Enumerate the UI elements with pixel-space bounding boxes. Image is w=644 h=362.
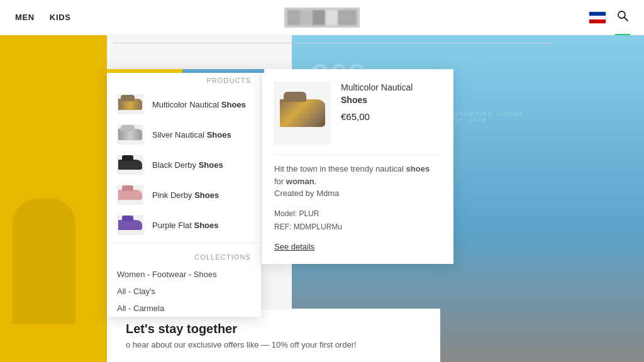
bottom-strip-title: Let's stay together xyxy=(126,322,421,336)
product-card-info: Multicolor Nautical Shoes €65,00 xyxy=(341,82,441,145)
ref-label: REF: xyxy=(274,222,291,231)
bottom-strip-text: o hear about our exclusive offers like —… xyxy=(126,340,421,349)
dropdown-divider xyxy=(107,243,261,243)
logo-image xyxy=(287,10,357,25)
collection-link-carmela[interactable]: All - Carmela xyxy=(107,300,261,317)
model-label: Model: xyxy=(274,209,297,218)
product-card-description: Hit the town in these trendy nautical sh… xyxy=(274,155,441,200)
product-item-silver[interactable]: Silver Nautical Shoes xyxy=(107,119,261,150)
shoe-purple-icon xyxy=(118,220,142,230)
product-name-purple: Purple Flat Shoes xyxy=(152,221,219,230)
shoe-silver-icon xyxy=(118,129,142,140)
yellow-accent-bar xyxy=(107,69,182,73)
product-item-pink[interactable]: Pink Derby Shoes xyxy=(107,180,261,210)
svg-line-1 xyxy=(625,18,628,21)
collection-link-women-footwear[interactable]: Women - Footwear - Shoes xyxy=(107,266,261,283)
product-name-black: Black Derby Shoes xyxy=(152,160,223,170)
product-card-thumbnail xyxy=(274,82,331,145)
blue-accent-bar xyxy=(182,69,264,73)
search-icon[interactable] xyxy=(616,9,629,25)
product-thumb-multicolor xyxy=(117,94,143,114)
product-name-silver: Silver Nautical Shoes xyxy=(152,130,231,140)
product-card-price: €65,00 xyxy=(341,111,441,122)
shoe-multicolor-icon xyxy=(118,99,142,110)
product-detail-card: Multicolor Nautical Shoes €65,00 Hit the… xyxy=(262,69,453,264)
language-flag-icon[interactable] xyxy=(589,11,606,24)
product-card-meta: Model: PLUR REF: MDMPLURMu xyxy=(274,207,441,234)
collections-section-label: COLLECTIONS xyxy=(107,246,261,266)
product-item-black[interactable]: Black Derby Shoes xyxy=(107,150,261,180)
product-item-purple[interactable]: Purple Flat Shoes xyxy=(107,210,261,240)
shoe-black-icon xyxy=(118,160,142,170)
search-dropdown: PRODUCTS Multicolor Nautical Shoes Silve… xyxy=(107,69,261,317)
header-right xyxy=(589,9,629,25)
product-thumb-black xyxy=(117,155,143,175)
site-logo[interactable] xyxy=(284,8,360,28)
product-card-main: Multicolor Nautical Shoes €65,00 xyxy=(274,82,441,145)
product-name-multicolor: Multicolor Nautical Shoes xyxy=(152,100,246,109)
ref-value: MDMPLURMu xyxy=(294,222,342,231)
product-thumb-purple xyxy=(117,215,143,235)
collection-link-clays[interactable]: All - Clay's xyxy=(107,283,261,300)
header: MEN KIDS xyxy=(0,0,644,35)
model-value: PLUR xyxy=(299,209,319,218)
product-item-multicolor[interactable]: Multicolor Nautical Shoes xyxy=(107,89,261,119)
heading-underline xyxy=(113,43,553,43)
main-nav: MEN KIDS xyxy=(15,13,71,22)
product-thumb-silver xyxy=(117,124,143,145)
yellow-panel xyxy=(0,35,107,362)
product-thumb-pink xyxy=(117,185,143,205)
nav-kids[interactable]: KIDS xyxy=(50,13,71,22)
product-card-title: Multicolor Nautical Shoes xyxy=(341,82,441,106)
nav-men[interactable]: MEN xyxy=(15,13,35,22)
shoe-pink-icon xyxy=(118,190,142,200)
product-card-shoe-icon xyxy=(280,99,325,127)
see-details-link[interactable]: See details xyxy=(274,242,441,251)
product-name-pink: Pink Derby Shoes xyxy=(152,190,219,200)
